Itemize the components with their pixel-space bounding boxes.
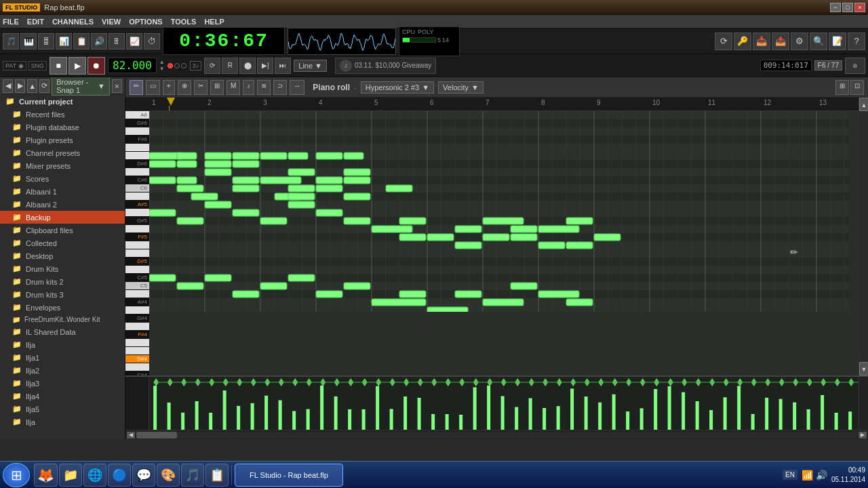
browser-close[interactable]: ×	[112, 79, 122, 93]
key-d5[interactable]	[125, 266, 149, 274]
bpm-up[interactable]: ▲	[159, 59, 165, 65]
sidebar-item-channel-presets[interactable]: 📁 Channel presets	[0, 146, 125, 159]
h-scrollbar[interactable]: ◀ ▶	[125, 430, 868, 439]
pr-chord-tool[interactable]: ♪	[243, 80, 254, 95]
taskbar-fl-studio[interactable]: FL Studio - Rap beat.flp	[235, 464, 343, 487]
taskbar-clipboard[interactable]: 📋	[205, 464, 229, 487]
velocity-dropdown[interactable]: Velocity ▼	[438, 81, 484, 94]
top-icon-3[interactable]: 📥	[753, 33, 770, 50]
sidebar-item-ilja2[interactable]: 📁 Ilja2	[0, 364, 125, 377]
menu-tools[interactable]: TOOLS	[171, 18, 197, 26]
taskbar-firefox[interactable]: 🦊	[34, 464, 58, 487]
rec-dot-1[interactable]	[167, 63, 173, 68]
top-icon-4[interactable]: 📤	[772, 33, 789, 50]
key-fs6[interactable]: F#6	[125, 136, 149, 144]
sidebar-item-ilja3[interactable]: 📁 Ilja3	[0, 377, 125, 390]
sidebar-item-albaani1[interactable]: 📁 Albaani 1	[0, 185, 125, 198]
icon-btn-5[interactable]: 📋	[73, 33, 90, 49]
key-as4[interactable]: A#4	[125, 298, 149, 306]
sidebar-item-plugin-database[interactable]: 📁 Plugin database	[0, 121, 125, 134]
browser-prev[interactable]: ◀	[3, 79, 13, 93]
icon-btn-3[interactable]: 🎛	[38, 33, 54, 49]
key-gs4[interactable]: G#4	[125, 314, 149, 323]
key-ds5[interactable]: D#5	[125, 258, 149, 266]
taskbar-explorer[interactable]: 📁	[59, 464, 82, 487]
taskbar-music[interactable]: 🎵	[181, 464, 204, 487]
close-button[interactable]: ×	[854, 3, 865, 12]
pr-glue-tool[interactable]: ⊞	[210, 80, 224, 95]
pr-pencil-tool[interactable]: ✏	[130, 80, 143, 95]
icon-btn-8[interactable]: 📈	[126, 33, 142, 49]
menu-file[interactable]: FILE	[3, 18, 19, 26]
minimize-button[interactable]: −	[830, 3, 841, 12]
sidebar-item-desktop[interactable]: 📁 Desktop	[0, 249, 125, 262]
key-f4[interactable]	[125, 339, 149, 347]
v-scroll-down[interactable]: ▼	[859, 362, 868, 375]
browser-title-btn[interactable]: Browser - Snap 1 ▼	[52, 77, 110, 96]
key-a4[interactable]	[125, 306, 149, 314]
menu-help[interactable]: HELP	[204, 18, 224, 26]
browser-refresh[interactable]: ⟳	[39, 79, 50, 93]
h-scroll-right[interactable]: ▶	[859, 432, 867, 439]
sidebar-item-drumkits[interactable]: 📁 Drum Kits	[0, 262, 125, 275]
extra-ctrl[interactable]: ⊕	[845, 58, 865, 74]
key-ds6[interactable]: D#6	[125, 160, 149, 168]
key-ds4[interactable]: D#4	[125, 355, 149, 363]
top-icon-6[interactable]: 🔍	[810, 33, 827, 50]
pr-flip-tool[interactable]: ↔	[290, 80, 304, 95]
pr-delete-tool[interactable]: ✂	[194, 80, 208, 95]
icon-btn-9[interactable]: ⏱	[144, 33, 160, 49]
speaker-icon[interactable]: 🔊	[816, 470, 827, 481]
h-scroll-thumb[interactable]	[136, 432, 177, 439]
sidebar-item-drumkits3[interactable]: 📁 Drum kits 3	[0, 288, 125, 301]
start-button[interactable]: ⊞	[3, 463, 30, 487]
pr-zoom-tool[interactable]: ⌖	[163, 80, 175, 95]
pr-lasso-tool[interactable]: ⊃	[273, 80, 287, 95]
note-grid[interactable]: 12345678910111213 ✏	[149, 98, 859, 375]
key-e4[interactable]	[125, 347, 149, 355]
sidebar-item-backup[interactable]: 📁 Backup	[0, 211, 125, 224]
top-icon-5[interactable]: ⚙	[791, 33, 808, 50]
top-icon-1[interactable]: ⟳	[715, 33, 732, 50]
key-c5[interactable]: C5	[125, 282, 149, 290]
h-scroll-left[interactable]: ◀	[127, 432, 135, 439]
taskbar-chrome[interactable]: 🌐	[83, 464, 106, 487]
key-b4[interactable]	[125, 290, 149, 298]
bpm-display[interactable]: 82.000	[108, 58, 157, 73]
v-scroll-track[interactable]	[859, 111, 868, 362]
sidebar-item-collected[interactable]: 📁 Collected	[0, 237, 125, 249]
pr-zoom-in[interactable]: ⊡	[850, 80, 864, 95]
menu-options[interactable]: OPTIONS	[129, 18, 163, 26]
top-icon-7[interactable]: 📝	[829, 33, 846, 50]
key-as5[interactable]: A#5	[125, 201, 149, 209]
note-canvas[interactable]	[149, 111, 849, 312]
sidebar-item-drumkits2[interactable]: 📁 Drum kits 2	[0, 275, 125, 288]
icon-btn-6[interactable]: 🔊	[91, 33, 107, 49]
taskbar-paint[interactable]: 🎨	[157, 464, 180, 487]
velocity-content[interactable]	[149, 377, 859, 430]
record-button[interactable]: ⏺	[87, 57, 105, 75]
sidebar-item-current-project[interactable]: 📁 Current project	[0, 95, 125, 108]
key-e5[interactable]	[125, 249, 149, 258]
sidebar-item-ilja4[interactable]: 📁 Ilja4	[0, 390, 125, 403]
top-icon-2[interactable]: 🔑	[734, 33, 751, 50]
pr-mute-tool[interactable]: M	[226, 80, 240, 95]
pr-paint-tool[interactable]: ⊕	[178, 80, 191, 95]
stop-button[interactable]: ■	[50, 57, 67, 75]
icon-btn-7[interactable]: 🎚	[108, 33, 125, 49]
key-f6[interactable]	[125, 144, 149, 152]
sidebar-item-mixer-presets[interactable]: 📁 Mixer presets	[0, 159, 125, 172]
h-scroll-track[interactable]	[136, 432, 857, 439]
key-g4[interactable]	[125, 323, 149, 331]
key-c6[interactable]: C6	[125, 184, 149, 192]
punch-icon[interactable]: ⬤	[239, 58, 256, 74]
key-gs6[interactable]: G#6	[125, 119, 149, 127]
sidebar-item-plugin-presets[interactable]: 📁 Plugin presets	[0, 134, 125, 146]
taskbar-ie[interactable]: 🔵	[108, 464, 131, 487]
sidebar-item-clipboard[interactable]: 📁 Clipboard files	[0, 224, 125, 237]
metro-icon[interactable]: R	[222, 58, 238, 74]
icon-btn-4[interactable]: 📊	[56, 33, 72, 49]
line-dropdown[interactable]: Line ▼	[294, 60, 327, 72]
sidebar-item-freedrumkit[interactable]: 📁 FreeDrumKit..Wonder Kit	[0, 314, 125, 325]
browser-up[interactable]: ▲	[27, 79, 37, 93]
